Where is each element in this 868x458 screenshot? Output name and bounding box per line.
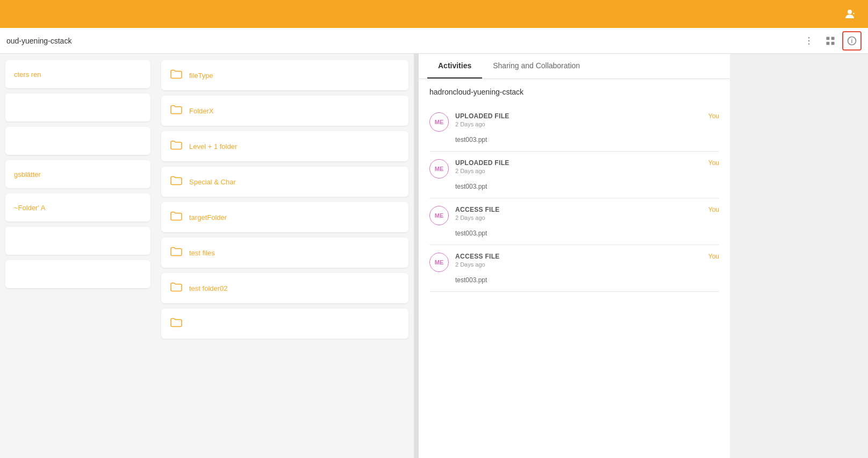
folder-icon [170,245,183,260]
activity-item: ME UPLOADED FILE 2 Days ago You test003.… [429,105,719,152]
tabs-bar: Activities Sharing and Collaboration [419,54,730,79]
activity-item: ME ACCESS FILE 2 Days ago You test003.pp… [429,245,719,292]
svg-point-0 [848,10,852,14]
svg-point-2 [808,37,810,38]
activity-file: test003.ppt [429,276,719,284]
activity-info: UPLOADED FILE 2 Days ago [455,112,702,127]
list-item[interactable]: Level + 1 folder [161,131,408,161]
scroll-divider [414,54,418,458]
activity-info: ACCESS FILE 2 Days ago [455,206,702,221]
folder-icon [170,316,183,331]
activity-time: 2 Days ago [455,121,702,127]
activity-file: test003.ppt [429,230,719,237]
avatar: ME [429,112,449,132]
list-item[interactable] [161,309,408,339]
right-file-panel: fileType FolderX Level + 1 folder Specia… [156,54,414,458]
svg-point-3 [808,40,810,41]
list-item[interactable]: gsblätter [5,160,150,188]
activity-info: UPLOADED FILE 2 Days ago [455,159,702,174]
list-item[interactable]: test files [161,238,408,268]
activity-file: test003.ppt [429,183,719,190]
main-layout: cters ren gsblätter ~Folder' A fileType … [0,54,868,458]
toolbar-actions: i [799,31,862,51]
panel-title: hadroncloud-yuening-cstack [429,88,719,96]
activity-user: You [708,253,719,260]
grid-view-button[interactable] [821,31,840,51]
left-file-panel: cters ren gsblätter ~Folder' A [0,54,156,458]
svg-rect-7 [827,41,830,45]
list-item[interactable] [5,260,150,288]
svg-rect-8 [831,41,835,45]
activity-time: 2 Days ago [455,214,702,221]
activity-item: ME UPLOADED FILE 2 Days ago You test003.… [429,152,719,198]
list-item[interactable]: ~Folder' A [5,194,150,221]
activity-time: 2 Days ago [455,261,702,268]
activity-action: UPLOADED FILE [455,159,702,167]
activity-file: test003.ppt [429,136,719,144]
activity-info: ACCESS FILE 2 Days ago [455,253,702,268]
list-item[interactable]: cters ren [5,60,150,88]
user-menu-button[interactable] [840,4,859,24]
activity-action: ACCESS FILE [455,206,702,213]
folder-icon [170,139,183,154]
tab-sharing[interactable]: Sharing and Collaboration [482,54,591,78]
avatar: ME [429,159,449,178]
avatar: ME [429,206,449,225]
svg-rect-6 [831,37,835,40]
folder-icon [170,68,183,83]
list-item[interactable] [5,94,150,121]
activities-content: hadroncloud-yuening-cstack ME UPLOADED F… [419,79,730,458]
activity-user: You [708,112,719,120]
top-bar [0,0,868,28]
list-item[interactable]: FolderX [161,96,408,126]
list-item[interactable]: test folder02 [161,273,408,303]
list-item[interactable] [5,227,150,255]
activity-user: You [708,159,719,167]
activity-time: 2 Days ago [455,168,702,174]
folder-icon [170,103,183,118]
activity-item: ME ACCESS FILE 2 Days ago You test003.pp… [429,198,719,245]
list-item[interactable]: targetFolder [161,202,408,232]
folder-icon [170,174,183,189]
svg-text:i: i [851,38,853,44]
svg-point-4 [808,43,810,45]
list-item[interactable]: Special & Char [161,167,408,197]
activity-action: UPLOADED FILE [455,112,702,120]
more-options-button[interactable] [799,31,819,51]
right-panel: Activities Sharing and Collaboration had… [418,54,730,458]
list-item[interactable] [5,127,150,155]
svg-rect-5 [827,37,830,40]
info-button[interactable]: i [842,31,862,51]
breadcrumb: oud-yuening-cstack [6,37,799,45]
tab-activities[interactable]: Activities [427,54,482,78]
avatar: ME [429,253,449,272]
activity-action: ACCESS FILE [455,253,702,260]
activity-user: You [708,206,719,213]
list-item[interactable]: fileType [161,60,408,90]
svg-marker-1 [853,13,855,15]
folder-icon [170,210,183,225]
second-bar: oud-yuening-cstack i [0,28,868,54]
folder-icon [170,281,183,296]
